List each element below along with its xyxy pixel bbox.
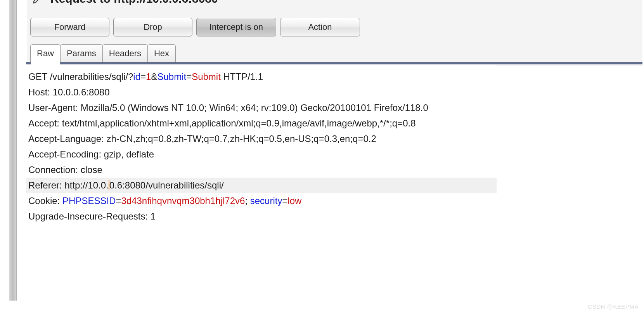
param-value: Submit: [192, 71, 221, 82]
header-value: 1: [151, 211, 156, 221]
header-accept-language[interactable]: Accept-Language: zh-CN,zh;q=0.8,zh-TW;q=…: [26, 131, 497, 147]
equals: =: [282, 195, 287, 206]
space: [47, 71, 50, 82]
param-name: Submit: [157, 71, 186, 82]
header-label: Accept-Language:: [28, 133, 106, 144]
header-label: Referer:: [28, 180, 64, 190]
action-button-row: Forward Drop Intercept is on Action: [30, 18, 360, 36]
header-value: 10.0.0.6:8080: [53, 87, 110, 97]
tab-params[interactable]: Params: [60, 44, 103, 62]
forward-button[interactable]: Forward: [30, 18, 109, 36]
equals: =: [116, 195, 121, 206]
header-value: 0.6:8080/vulnerabilities/sqli/: [109, 180, 224, 190]
param-value: 1: [146, 71, 151, 82]
header-connection[interactable]: Connection: close: [26, 162, 497, 178]
header-label: Upgrade-Insecure-Requests:: [28, 211, 151, 221]
header-label: Cookie:: [28, 195, 62, 206]
header-value: close: [81, 164, 102, 175]
view-tabs: Raw Params Headers Hex: [30, 44, 175, 62]
equals: =: [186, 71, 192, 82]
header-referer[interactable]: Referer: http://10.0.0.6:8080/vulnerabil…: [26, 178, 497, 193]
raw-request-editor[interactable]: GET /vulnerabilities/sqli/?id=1&Submit=S…: [26, 65, 497, 299]
header-host[interactable]: Host: 10.0.0.6:8080: [26, 85, 497, 100]
header-cookie[interactable]: Cookie: PHPSESSID=3d43nfihqvnvqm30bh1hjl…: [26, 193, 497, 209]
cookie-value: 3d43nfihqvnvqm30bh1hjl72v6: [121, 195, 245, 206]
tab-raw[interactable]: Raw: [30, 44, 61, 62]
request-title: Request to http://10.0.0.6:8080: [50, 0, 218, 5]
http-version: HTTP/1.1: [221, 71, 263, 82]
left-gutter: [9, 0, 17, 301]
header-value: zh-CN,zh;q=0.8,zh-TW;q=0.7,zh-HK;q=0.5,e…: [106, 133, 376, 144]
http-method: GET: [28, 71, 47, 82]
tab-headers[interactable]: Headers: [102, 44, 148, 62]
equals: =: [140, 71, 146, 82]
cookie-name: PHPSESSID: [62, 195, 116, 206]
header-value: gzip, deflate: [104, 149, 154, 159]
intercept-toggle-button[interactable]: Intercept is on: [196, 18, 276, 36]
header-accept[interactable]: Accept: text/html,application/xhtml+xml,…: [26, 116, 497, 131]
cookie-value: low: [287, 195, 301, 206]
ampersand: &: [151, 71, 157, 82]
param-name: id: [133, 71, 140, 82]
watermark: CSDN @KEEPMA: [588, 303, 639, 310]
header-value: Mozilla/5.0 (Windows NT 10.0; Win64; x64…: [81, 102, 428, 113]
header-value: text/html,application/xhtml+xml,applicat…: [62, 118, 416, 128]
header-label: User-Agent:: [28, 102, 81, 113]
header-upgrade-insecure-requests[interactable]: Upgrade-Insecure-Requests: 1: [26, 209, 497, 224]
request-title-row: Request to http://10.0.0.6:8080: [32, 0, 218, 6]
header-accept-encoding[interactable]: Accept-Encoding: gzip, deflate: [26, 147, 497, 162]
edit-icon: [32, 0, 45, 6]
drop-button[interactable]: Drop: [113, 18, 192, 36]
header-label: Accept:: [28, 118, 62, 128]
request-line[interactable]: GET /vulnerabilities/sqli/?id=1&Submit=S…: [26, 69, 497, 85]
cookie-separator: ;: [245, 195, 250, 206]
header-value: http://10.0.: [64, 180, 108, 190]
header-label: Connection:: [28, 164, 81, 175]
header-label: Accept-Encoding:: [28, 149, 104, 159]
tab-hex[interactable]: Hex: [147, 44, 176, 62]
action-button[interactable]: Action: [280, 18, 360, 36]
tab-underline: [26, 62, 642, 64]
header-label: Host:: [28, 87, 53, 97]
request-path: /vulnerabilities/sqli/?: [50, 71, 133, 82]
header-user-agent[interactable]: User-Agent: Mozilla/5.0 (Windows NT 10.0…: [26, 100, 497, 116]
cookie-name: security: [250, 195, 282, 206]
